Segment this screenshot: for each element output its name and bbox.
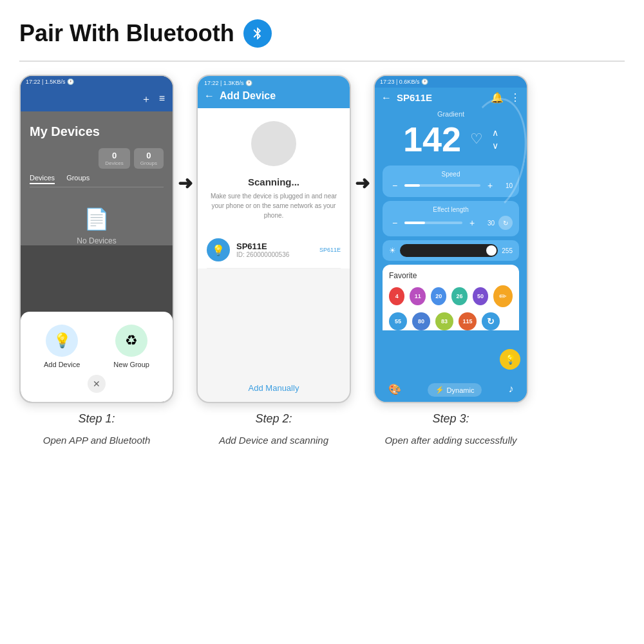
fav-dot-26[interactable]: 26 xyxy=(451,287,467,305)
step-2-col: 17:22 | 1.3KB/s 🕐 ← Add Device Scanning.… xyxy=(196,75,351,446)
step-3-desc: Open after adding successfully xyxy=(384,435,516,446)
popup-new-group-icon: ♻ xyxy=(115,325,147,357)
fav-dot-83[interactable]: 83 xyxy=(435,312,453,330)
phone1-groups-count-box: 0 Groups xyxy=(134,148,164,169)
step-1-desc: Open APP and Bluetooth xyxy=(43,435,151,446)
phone3-status-bar: 17:23 | 0.6KB/s 🕐 xyxy=(375,76,527,88)
phone3-device-title: SP611E xyxy=(397,92,432,103)
phone3-music-icon[interactable]: ♪ xyxy=(508,383,513,397)
phone3-brightness-row: ☀ 255 xyxy=(383,240,519,261)
header: Pair With Bluetooth xyxy=(19,19,625,48)
phone3-body: Gradient 142 ♡ ∧ ∨ Speed xyxy=(375,110,527,336)
fav-dot-11[interactable]: 11 xyxy=(410,287,425,305)
phone3-light-button[interactable]: 💡 xyxy=(500,349,520,370)
phone-1: 17:22 | 1.5KB/s 🕐 ＋ ≡ My Devices 0 xyxy=(19,75,174,403)
page: Pair With Bluetooth 17:22 | 1.5KB/s 🕐 xyxy=(0,0,644,644)
popup-close-button[interactable]: ✕ xyxy=(88,375,106,393)
phone3-effect-plus[interactable]: + xyxy=(466,218,478,228)
phone2-device-tag: SP611E xyxy=(319,247,341,253)
phone-2: 17:22 | 1.3KB/s 🕐 ← Add Device Scanning.… xyxy=(196,75,351,403)
phone3-dynamic-button[interactable]: ⚡ Dynamic xyxy=(428,383,482,397)
arrow-2: ➜ xyxy=(355,173,370,194)
phone3-bottom-nav: 🎨 ⚡ Dynamic ♪ xyxy=(375,378,527,402)
step-2-label: Step 2: xyxy=(255,412,292,426)
phone1-popup: 💡 Add Device ♻ New Group ✕ xyxy=(21,312,173,402)
phone1-tab-groups[interactable]: Groups xyxy=(66,174,90,184)
phone3-effect-slider[interactable] xyxy=(404,222,462,224)
popup-add-device-item[interactable]: 💡 Add Device xyxy=(44,325,80,368)
phone1-status-text: 17:22 | 1.5KB/s 🕐 xyxy=(26,79,74,85)
phone3-back-button[interactable]: ← xyxy=(381,92,392,104)
phone3-brightness-value: 255 xyxy=(502,247,513,254)
phone1-groups-lbl: Groups xyxy=(140,160,157,166)
popup-add-device-label: Add Device xyxy=(44,361,80,368)
phone2-header-title: Add Device xyxy=(220,90,276,102)
phone3-brightness-bar[interactable] xyxy=(400,244,498,257)
phone2-avatar xyxy=(251,121,296,166)
fav-dot-50[interactable]: 50 xyxy=(473,287,488,305)
phone3-speed-fill xyxy=(404,184,420,187)
phone2-device-icon: 💡 xyxy=(207,238,230,261)
phone3-effect-slider-row: − + 30 ↻ xyxy=(389,216,513,230)
phone3-speed-slider[interactable] xyxy=(404,184,480,187)
phone3-favorite-title: Favorite xyxy=(389,271,513,280)
fav-dot-80[interactable]: 80 xyxy=(412,312,430,330)
phone3-effect-fill xyxy=(404,222,425,224)
phone3-status-text: 17:23 | 0.6KB/s 🕐 xyxy=(380,79,428,85)
phone-3: 17:23 | 0.6KB/s 🕐 ← SP611E 🔔 ⋮ xyxy=(374,75,528,403)
phone2-device-name: SP611E xyxy=(236,242,313,251)
phone2-status-text: 17:22 | 1.3KB/s 🕐 xyxy=(204,80,252,86)
phone1-tabs: Devices Groups xyxy=(30,174,164,187)
step-2-wrapper: 17:22 | 1.3KB/s 🕐 ← Add Device Scanning.… xyxy=(196,75,374,446)
phone1-topbar: ＋ ≡ xyxy=(21,88,173,111)
fav-dot-115[interactable]: 115 xyxy=(459,312,477,330)
phone2-scanning-hint: Make sure the device is plugged in and n… xyxy=(207,191,341,220)
phone1-groups-num: 0 xyxy=(140,151,157,160)
phone3-dynamic-label: Dynamic xyxy=(447,386,475,394)
fav-dot-55[interactable]: 55 xyxy=(389,312,407,330)
step-2-desc: Add Device and scanning xyxy=(219,435,328,446)
bluetooth-icon xyxy=(243,19,272,48)
phone1-empty-icon: 📄 xyxy=(84,207,109,231)
fav-dot-4[interactable]: 4 xyxy=(389,287,404,305)
phone3-nav-left: ← SP611E xyxy=(381,92,432,104)
phone1-devices-num: 0 xyxy=(105,151,123,160)
phone3-effect-value: 30 xyxy=(482,220,495,227)
phone3-fav-row-1: 4 11 20 26 50 ✏ xyxy=(389,285,513,307)
fav-dot-20[interactable]: 20 xyxy=(431,287,446,305)
popup-new-group-label: New Group xyxy=(113,361,149,368)
phone1-empty-state: 📄 No Devices xyxy=(30,207,164,245)
phone3-effect-number: 142 xyxy=(403,119,461,159)
phone2-add-manually-button[interactable]: Add Manually xyxy=(249,383,299,393)
phone2-body: Scanning... Make sure the device is plug… xyxy=(198,108,350,269)
phone3-favorite-section: Favorite 4 11 20 26 50 ✏ 55 xyxy=(383,265,519,330)
step-1-wrapper: 17:22 | 1.5KB/s 🕐 ＋ ≡ My Devices 0 xyxy=(19,75,196,446)
phone3-fav-row-2: 55 80 83 115 ↻ xyxy=(389,312,513,330)
phone3-speed-minus[interactable]: − xyxy=(389,180,401,191)
step-3-label: Step 3: xyxy=(432,412,469,426)
step-3-col: 17:23 | 0.6KB/s 🕐 ← SP611E 🔔 ⋮ xyxy=(374,75,528,446)
phone1-menu-icon[interactable]: ≡ xyxy=(159,93,165,106)
phone2-back-button[interactable]: ← xyxy=(204,90,214,102)
phone2-footer: Add Manually xyxy=(198,383,350,393)
phone2-device-row[interactable]: 💡 SP611E ID: 260000000536 SP611E xyxy=(207,232,341,269)
phone1-popup-row: 💡 Add Device ♻ New Group xyxy=(27,325,166,368)
step-1-label: Step 1: xyxy=(78,412,115,426)
phone3-brightness-thumb xyxy=(486,245,497,256)
phone3-number-area: Gradient 142 ♡ ∧ ∨ xyxy=(383,110,519,159)
phone1-count-boxes: 0 Devices 0 Groups xyxy=(99,148,164,169)
phone1-my-devices-title: My Devices xyxy=(30,124,164,139)
phone3-refresh-icon[interactable]: ↻ xyxy=(498,216,513,230)
phone3-color-wheel-icon[interactable]: 🎨 xyxy=(388,383,401,397)
phone2-device-info: SP611E ID: 260000000536 xyxy=(236,242,313,258)
phone1-tab-devices[interactable]: Devices xyxy=(30,174,55,184)
page-title: Pair With Bluetooth xyxy=(19,20,234,47)
phone3-sun-icon: ☀ xyxy=(389,246,396,255)
steps-row: 17:22 | 1.5KB/s 🕐 ＋ ≡ My Devices 0 xyxy=(19,75,625,631)
phone1-plus-icon[interactable]: ＋ xyxy=(141,93,151,106)
fav-dot-special[interactable]: ↻ xyxy=(482,312,500,330)
phone1-empty-text: No Devices xyxy=(77,236,116,245)
phone3-effect-minus[interactable]: − xyxy=(389,218,401,228)
popup-new-group-item[interactable]: ♻ New Group xyxy=(113,325,149,368)
fav-edit-button[interactable]: ✏ xyxy=(493,285,513,307)
